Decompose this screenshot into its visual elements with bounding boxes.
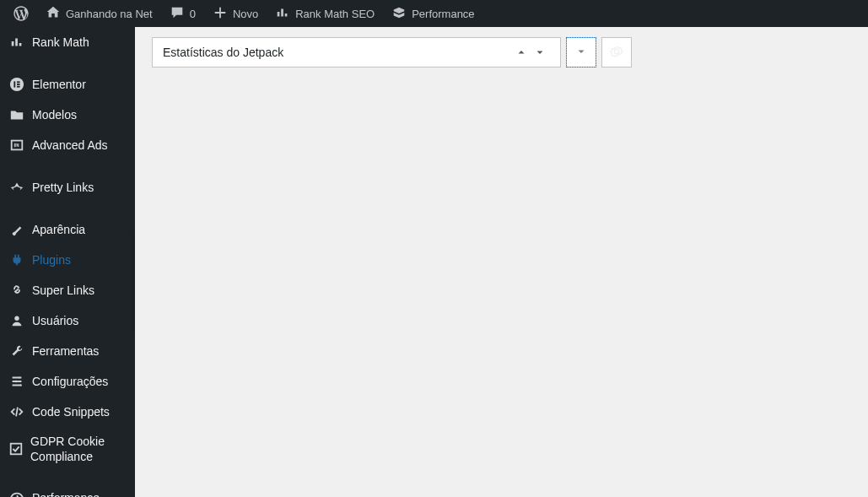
user-icon — [8, 312, 25, 329]
sidebar-item-label: Modelos — [32, 107, 77, 122]
rank-math-label: Rank Math SEO — [295, 8, 375, 20]
wrench-icon — [8, 343, 25, 359]
svg-rect-4 — [17, 86, 20, 88]
plus-icon — [213, 5, 228, 23]
home-icon — [46, 5, 61, 23]
sidebar-item-label: Configurações — [32, 374, 108, 389]
sidebar-item-ferramentas[interactable]: Ferramentas — [0, 336, 135, 366]
panel-up-button[interactable] — [515, 46, 528, 59]
content-area: Estatísticas do Jetpack — [135, 27, 868, 497]
svg-rect-1 — [13, 81, 15, 87]
svg-rect-10 — [11, 444, 22, 455]
sidebar-item-plugins[interactable]: Plugins — [0, 245, 135, 275]
sidebar-item-label: Performance — [32, 490, 100, 497]
sidebar-item-label: Super Links — [32, 283, 94, 298]
performance-bar[interactable]: Performance — [385, 0, 481, 27]
sidebar-item-rank-math[interactable]: Rank Math — [0, 27, 135, 57]
comment-icon — [170, 5, 185, 23]
panel-toggle-button[interactable] — [566, 37, 596, 68]
chart-icon — [8, 34, 25, 51]
site-name-label: Ganhando na Net — [66, 8, 153, 20]
comments[interactable]: 0 — [163, 0, 202, 27]
panel-settings-button[interactable] — [601, 37, 632, 68]
sidebar-item-label: Usuários — [32, 313, 78, 328]
new-content[interactable]: Novo — [206, 0, 265, 27]
panel-title: Estatísticas do Jetpack — [163, 46, 515, 59]
admin-bar: Ganhando na Net 0 Novo Rank Math SEO Per… — [0, 0, 868, 27]
code-icon — [8, 403, 25, 420]
svg-point-7 — [18, 376, 20, 379]
svg-point-6 — [14, 316, 19, 321]
sidebar-item-aparencia[interactable]: Aparência — [0, 214, 135, 245]
elementor-icon — [8, 76, 25, 93]
plug-icon — [8, 251, 25, 268]
sidebar-item-label: Pretty Links — [32, 180, 94, 195]
sidebar-item-gdpr[interactable]: GDPR Cookie Compliance — [0, 427, 135, 471]
sidebar-item-pretty-links[interactable]: Pretty Links — [0, 172, 135, 203]
performance-label: Performance — [412, 8, 474, 20]
svg-point-8 — [15, 381, 18, 383]
sidebar-item-label: GDPR Cookie Compliance — [30, 434, 127, 464]
sidebar-item-code-snippets[interactable]: Code Snippets — [0, 397, 135, 427]
svg-rect-3 — [17, 84, 20, 85]
ads-icon — [8, 137, 25, 154]
svg-point-9 — [19, 384, 22, 386]
sidebar-item-super-links[interactable]: Super Links — [0, 275, 135, 305]
panel-down-button[interactable] — [533, 46, 547, 59]
brush-icon — [8, 221, 25, 238]
comments-count: 0 — [190, 8, 196, 20]
gear-icon — [609, 44, 624, 62]
sidebar-item-label: Code Snippets — [32, 404, 110, 419]
sidebar-item-label: Advanced Ads — [32, 138, 108, 153]
box-icon — [391, 5, 407, 23]
sidebar-item-usuarios[interactable]: Usuários — [0, 305, 135, 336]
gauge-icon — [8, 489, 25, 497]
panel-title-box[interactable]: Estatísticas do Jetpack — [152, 37, 561, 68]
sidebar-item-label: Elementor — [32, 77, 86, 92]
sliders-icon — [8, 373, 25, 390]
site-name[interactable]: Ganhando na Net — [39, 0, 159, 27]
sidebar-item-elementor[interactable]: Elementor — [0, 69, 135, 100]
wp-logo[interactable] — [7, 0, 35, 27]
link-icon — [8, 282, 25, 299]
chart-icon — [275, 5, 290, 23]
sidebar-item-configuracoes[interactable]: Configurações — [0, 366, 135, 397]
caret-down-icon — [575, 46, 587, 60]
sidebar-item-modelos[interactable]: Modelos — [0, 100, 135, 130]
sidebar-item-label: Rank Math — [32, 35, 89, 50]
folder-icon — [8, 106, 25, 123]
check-icon — [8, 440, 24, 457]
svg-rect-2 — [17, 81, 20, 83]
sidebar-item-advanced-ads[interactable]: Advanced Ads — [0, 130, 135, 160]
sidebar-item-performance[interactable]: Performance — [0, 483, 135, 497]
sidebar-item-label: Plugins — [32, 252, 71, 267]
panel-bar: Estatísticas do Jetpack — [152, 37, 851, 68]
rank-math-bar[interactable]: Rank Math SEO — [268, 0, 381, 27]
admin-sidebar: Rank Math Elementor Modelos Advanced Ads… — [0, 27, 135, 497]
sidebar-item-label: Ferramentas — [32, 343, 99, 359]
sidebar-item-label: Aparência — [32, 222, 85, 237]
star-icon — [8, 179, 25, 196]
new-label: Novo — [233, 8, 258, 20]
